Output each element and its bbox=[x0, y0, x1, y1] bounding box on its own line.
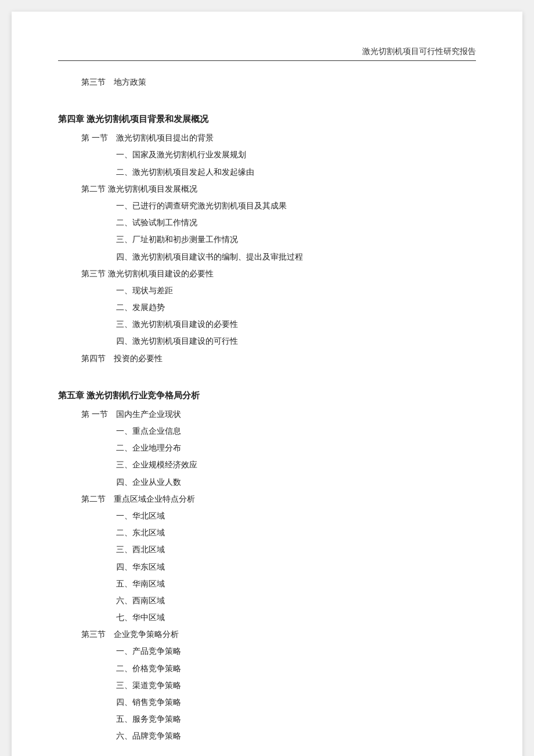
section-line: 三、厂址初勘和初步测量工作情况 bbox=[58, 232, 476, 247]
section-line: 三、渠道竞争策略 bbox=[58, 678, 476, 693]
header-title: 激光切割机项目可行性研究报告 bbox=[362, 46, 476, 57]
section-line: 四、企业从业人数 bbox=[58, 475, 476, 489]
section-line: 第二节 激光切割机项目发展概况 bbox=[58, 182, 476, 196]
section-line: 三、西北区域 bbox=[58, 542, 476, 557]
section-line: 二、激光切割机项目发起人和发起缘由 bbox=[58, 165, 476, 179]
section-line: 六、西南区域 bbox=[58, 593, 476, 608]
section-line: 二、价格竞争策略 bbox=[58, 661, 476, 676]
section-line: 第 一节 国内生产企业现状 bbox=[58, 407, 476, 422]
section-line: 二、企业地理分布 bbox=[58, 441, 476, 455]
section-line: 二、试验试制工作情况 bbox=[58, 215, 476, 230]
section-line: 四、销售竞争策略 bbox=[58, 695, 476, 710]
section-line: 一、重点企业信息 bbox=[58, 424, 476, 438]
section-line: 五、服务竞争策略 bbox=[58, 712, 476, 726]
section-line: 一、产品竞争策略 bbox=[58, 644, 476, 658]
section-line: 四、激光切割机项目建议书的编制、提出及审批过程 bbox=[58, 250, 476, 264]
spacer bbox=[58, 368, 476, 377]
section-line: 第三节 激光切割机项目建设的必要性 bbox=[58, 267, 476, 281]
chapter-title: 第四章 激光切割机项目背景和发展概况 bbox=[58, 111, 476, 127]
spacer bbox=[58, 746, 476, 755]
section-line: 一、已进行的调查研究激光切割机项目及其成果 bbox=[58, 199, 476, 213]
chapter-title: 第五章 激光切割机行业竞争格局分析 bbox=[58, 388, 476, 404]
section-line: 第三节 地方政策 bbox=[58, 75, 476, 89]
page: 激光切割机项目可行性研究报告 第三节 地方政策第四章 激光切割机项目背景和发展概… bbox=[12, 12, 522, 756]
section-line: 四、激光切割机项目建设的可行性 bbox=[58, 334, 476, 348]
section-line: 三、激光切割机项目建设的必要性 bbox=[58, 317, 476, 332]
document-content: 第三节 地方政策第四章 激光切割机项目背景和发展概况第 一节 激光切割机项目提出… bbox=[58, 75, 476, 756]
section-line: 一、国家及激光切割机行业发展规划 bbox=[58, 147, 476, 162]
page-header: 激光切割机项目可行性研究报告 bbox=[58, 46, 476, 61]
section-line: 第四节 投资的必要性 bbox=[58, 351, 476, 366]
spacer bbox=[58, 92, 476, 101]
section-line: 第三节 企业竞争策略分析 bbox=[58, 627, 476, 642]
section-line: 二、东北区域 bbox=[58, 525, 476, 540]
section-line: 第二节 重点区域企业特点分析 bbox=[58, 492, 476, 506]
section-line: 五、华南区域 bbox=[58, 577, 476, 591]
section-line: 三、企业规模经济效应 bbox=[58, 458, 476, 472]
section-line: 七、华中区域 bbox=[58, 610, 476, 625]
section-line: 一、华北区域 bbox=[58, 509, 476, 523]
section-line: 一、现状与差距 bbox=[58, 283, 476, 298]
section-line: 第 一节 激光切割机项目提出的背景 bbox=[58, 131, 476, 145]
section-line: 六、品牌竞争策略 bbox=[58, 729, 476, 743]
section-line: 四、华东区域 bbox=[58, 560, 476, 574]
section-line: 二、发展趋势 bbox=[58, 300, 476, 315]
